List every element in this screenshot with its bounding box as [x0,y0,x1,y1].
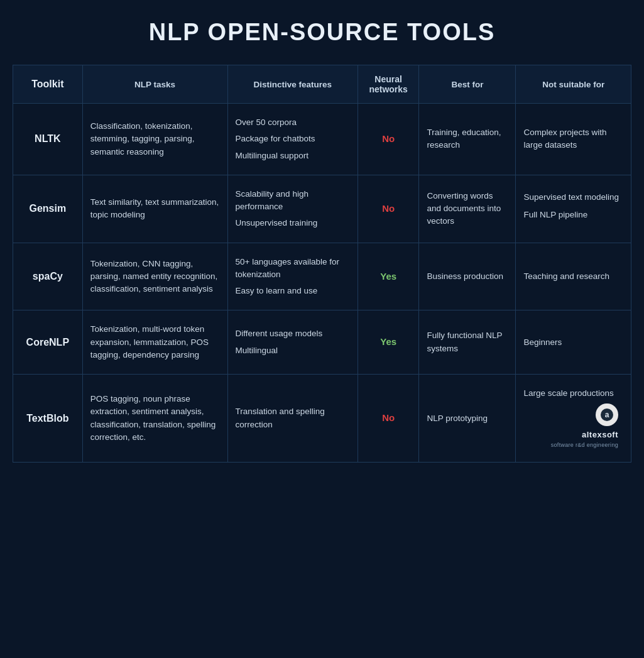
main-table-wrapper: Toolkit NLP tasks Distinctive features N… [13,65,631,463]
table-row: GensimText similarity, text summarizatio… [13,175,631,243]
cell-nlp-tasks: POS tagging, noun phrase extraction, sen… [82,375,227,463]
cell-neural-networks: No [357,175,419,243]
header-toolkit: Toolkit [13,65,83,104]
cell-best-for: Fully functional NLP systems [419,310,516,375]
table-row: TextBlobPOS tagging, noun phrase extract… [13,375,631,463]
page-title: NLP OPEN-SOURCE TOOLS [149,19,496,46]
header-neural: Neural networks [357,65,419,104]
cell-not-suitable: Large scale productions a altexsoftsoftw… [516,375,631,463]
cell-features: Over 50 corporaPackage for chatbotsMulti… [227,104,357,175]
header-nlp-tasks: NLP tasks [82,65,227,104]
header-best-for: Best for [419,65,516,104]
altexsoft-logo-icon: a [600,408,614,422]
brand-name: altexsoft [582,429,618,441]
cell-toolkit: CoreNLP [13,310,83,375]
cell-nlp-tasks: Classification, tokenization, stemming, … [82,104,227,175]
table-header-row: Toolkit NLP tasks Distinctive features N… [13,65,631,104]
cell-toolkit: TextBlob [13,375,83,463]
cell-nlp-tasks: Text similarity, text summarization, top… [82,175,227,243]
brand-tagline: software r&d engineering [551,441,618,450]
cell-best-for: Business production [419,243,516,310]
cell-toolkit: NLTK [13,104,83,175]
cell-toolkit: spaCy [13,243,83,310]
cell-best-for: NLP prototyping [419,375,516,463]
cell-neural-networks: No [357,375,419,463]
cell-not-suitable: Teaching and research [516,243,631,310]
table-row: CoreNLPTokenization, multi-word token ex… [13,310,631,375]
logo-circle: a [596,403,618,426]
cell-toolkit: Gensim [13,175,83,243]
cell-not-suitable: Complex projects with large datasets [516,104,631,175]
logo-area: a altexsoftsoftware r&d engineering [523,400,623,449]
cell-not-suitable: Beginners [516,310,631,375]
cell-features: Different usage modelsMultilingual [227,310,357,375]
table-row: NLTKClassification, tokenization, stemmi… [13,104,631,175]
cell-nlp-tasks: Tokenization, CNN tagging, parsing, name… [82,243,227,310]
table-row: spaCyTokenization, CNN tagging, parsing,… [13,243,631,310]
header-features: Distinctive features [227,65,357,104]
header-not-suitable: Not suitable for [516,65,631,104]
cell-nlp-tasks: Tokenization, multi-word token expansion… [82,310,227,375]
cell-features: 50+ languages available for tokenization… [227,243,357,310]
cell-not-suitable: Supervised text modelingFull NLP pipelin… [516,175,631,243]
cell-neural-networks: Yes [357,243,419,310]
cell-features: Translation and spelling correction [227,375,357,463]
cell-features: Scalability and high performanceUnsuperv… [227,175,357,243]
comparison-table: Toolkit NLP tasks Distinctive features N… [13,65,631,463]
cell-best-for: Converting words and documents into vect… [419,175,516,243]
cell-neural-networks: No [357,104,419,175]
cell-neural-networks: Yes [357,310,419,375]
svg-text:a: a [605,410,609,419]
cell-best-for: Training, education, research [419,104,516,175]
